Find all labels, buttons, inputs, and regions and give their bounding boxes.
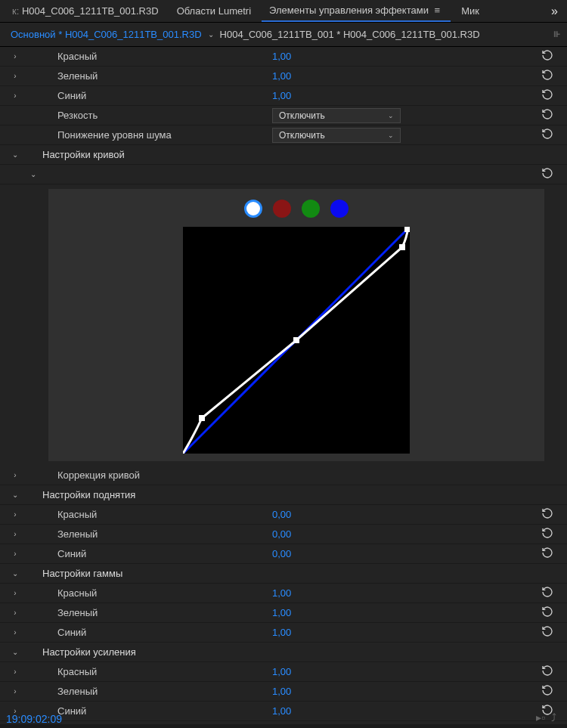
param-row-lift-blue: › Синий 0,00 xyxy=(0,544,567,564)
param-row-gamma-red: › Красный 1,00 xyxy=(0,584,567,603)
clip-path-header: Основной * H004_C006_1211TB_001.R3D ⌄ H0… xyxy=(0,23,567,47)
expand-icon[interactable]: › xyxy=(8,687,23,695)
reset-button[interactable] xyxy=(541,128,553,142)
footer-icons: ▸▫ ⤴ xyxy=(536,711,556,723)
param-label: Зеленый xyxy=(56,686,98,697)
param-row-curve-correction: › Коррекция кривой xyxy=(0,466,567,485)
collapse-icon[interactable]: ⌄ xyxy=(8,150,23,159)
param-row-gain-red: › Красный 1,00 xyxy=(0,662,567,682)
reset-button[interactable] xyxy=(541,684,553,699)
param-label: Красный xyxy=(56,509,97,520)
param-row-sharpness: › Резкость Отключить⌄ xyxy=(0,106,567,125)
collapse-icon[interactable]: ⌄ xyxy=(8,569,23,578)
section-lift[interactable]: ⌄ Настройки поднятия xyxy=(0,485,567,505)
expand-icon[interactable]: › xyxy=(8,91,23,100)
master-clip-link[interactable]: Основной * H004_C006_1211TB_001.R3D xyxy=(11,29,202,40)
param-value[interactable]: 1,00 xyxy=(272,705,291,717)
expand-icon[interactable]: › xyxy=(8,471,23,479)
section-gain[interactable]: ⌄ Настройки усиления xyxy=(0,643,567,662)
reset-button[interactable] xyxy=(541,527,553,541)
expand-icon[interactable]: › xyxy=(8,589,23,597)
section-curve[interactable]: ⌄ Настройки кривой xyxy=(0,145,567,165)
expand-icon[interactable]: › xyxy=(8,510,23,519)
param-row-lift-green: › Зеленый 0,00 xyxy=(0,525,567,544)
svg-rect-1 xyxy=(199,415,205,421)
param-row-gain-green: › Зеленый 1,00 xyxy=(0,682,567,702)
param-label: Синий xyxy=(56,627,86,638)
channel-luma[interactable] xyxy=(244,200,262,218)
section-gamma[interactable]: ⌄ Настройки гаммы xyxy=(0,564,567,584)
param-value[interactable]: 1,00 xyxy=(272,686,291,697)
export-icon[interactable]: ⤴ xyxy=(551,711,556,723)
tab-bar: к: H004_C006_1211TB_001.R3D Области Lume… xyxy=(0,0,567,23)
sharpness-dropdown[interactable]: Отключить⌄ xyxy=(272,108,401,123)
expand-icon[interactable]: › xyxy=(8,72,23,80)
tab-lumetri[interactable]: Области Lumetri xyxy=(169,1,259,21)
param-label: Зеленый xyxy=(56,607,98,618)
reset-button[interactable] xyxy=(541,167,553,181)
param-value[interactable]: 1,00 xyxy=(272,90,291,101)
curve-graph[interactable] xyxy=(183,227,410,454)
timeline-toggle-icon[interactable]: ⊪ xyxy=(553,29,559,39)
param-label: Зеленый xyxy=(56,528,98,540)
param-row-gamma-blue: › Синий 1,00 xyxy=(0,623,567,643)
expand-icon[interactable]: › xyxy=(8,628,23,637)
reset-button[interactable] xyxy=(541,606,553,620)
param-value[interactable]: 1,00 xyxy=(272,627,291,638)
reset-button[interactable] xyxy=(541,586,553,600)
reset-button[interactable] xyxy=(541,69,553,83)
reset-button[interactable] xyxy=(541,547,553,561)
timecode-display[interactable]: 19:09:02:09 xyxy=(6,713,62,725)
param-label: Красный xyxy=(56,666,97,677)
effect-controls-panel: › Красный 1,00 › Зеленый 1,00 › Синий 1,… xyxy=(0,47,567,724)
reset-button[interactable] xyxy=(541,88,553,103)
expand-icon[interactable]: › xyxy=(8,550,23,558)
reset-button[interactable] xyxy=(541,625,553,640)
channel-red[interactable] xyxy=(273,200,291,218)
tab-effect-controls[interactable]: Элементы управления эффектами ≡ xyxy=(262,0,451,22)
section-label: Настройки поднятия xyxy=(41,489,135,500)
param-value[interactable]: 1,00 xyxy=(272,51,291,62)
param-row-green: › Зеленый 1,00 xyxy=(0,67,567,86)
svg-rect-2 xyxy=(293,337,299,343)
param-value[interactable]: 0,00 xyxy=(272,548,291,559)
reset-button[interactable] xyxy=(541,507,553,522)
collapse-icon[interactable]: ⌄ xyxy=(8,648,23,656)
overflow-chevrons-icon[interactable]: » xyxy=(547,5,562,18)
param-label: Понижение уровня шума xyxy=(56,129,172,141)
param-value[interactable]: 0,00 xyxy=(272,509,291,520)
param-value[interactable]: 1,00 xyxy=(272,70,291,82)
param-row-blue: › Синий 1,00 xyxy=(0,86,567,106)
param-value[interactable]: 1,00 xyxy=(272,666,291,677)
collapse-icon[interactable]: ⌄ xyxy=(8,491,23,499)
chevron-down-icon[interactable]: ⌄ xyxy=(202,30,220,39)
play-icon[interactable]: ▸▫ xyxy=(536,711,545,723)
denoise-dropdown[interactable]: Отключить⌄ xyxy=(272,128,401,143)
expand-icon[interactable]: › xyxy=(8,668,23,676)
param-row-gamma-green: › Зеленый 1,00 xyxy=(0,603,567,623)
param-value[interactable]: 0,00 xyxy=(272,528,291,540)
param-value[interactable]: 1,00 xyxy=(272,607,291,618)
collapse-icon[interactable]: ⌄ xyxy=(26,170,41,178)
param-label: Зеленый xyxy=(56,70,98,82)
panel-menu-icon[interactable]: ≡ xyxy=(432,5,444,16)
reset-button[interactable] xyxy=(541,49,553,64)
reset-button[interactable] xyxy=(541,664,553,679)
param-label: Резкость xyxy=(56,110,98,121)
chevron-down-icon: ⌄ xyxy=(388,132,394,139)
svg-rect-3 xyxy=(399,244,405,250)
expand-icon[interactable]: › xyxy=(8,52,23,60)
tab-mixer[interactable]: Мик xyxy=(454,1,487,21)
channel-green[interactable] xyxy=(302,200,320,218)
param-label: Синий xyxy=(56,548,86,559)
expand-icon[interactable]: › xyxy=(8,530,23,538)
param-row-lift-red: › Красный 0,00 xyxy=(0,505,567,525)
tab-source[interactable]: к: H004_C006_1211TB_001.R3D xyxy=(5,1,166,21)
reset-button[interactable] xyxy=(541,108,553,122)
sequence-clip-label: H004_C006_1211TB_001 * H004_C006_1211TB_… xyxy=(220,29,480,40)
curve-subrow: ⌄ xyxy=(0,165,567,184)
channel-blue[interactable] xyxy=(330,200,349,218)
param-value[interactable]: 1,00 xyxy=(272,587,291,599)
expand-icon[interactable]: › xyxy=(8,609,23,617)
param-label: Красный xyxy=(56,51,97,62)
